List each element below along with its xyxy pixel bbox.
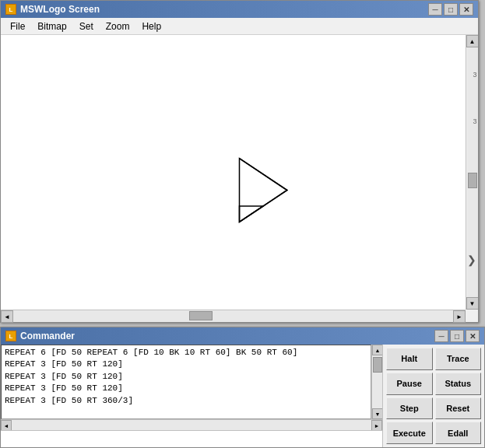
execute-button[interactable]: Execute (386, 422, 433, 444)
commander-close-button[interactable]: ✕ (466, 330, 480, 342)
command-input-row (1, 430, 382, 447)
halt-button[interactable]: Halt (386, 348, 433, 370)
scroll-left-button[interactable]: ◄ (1, 310, 13, 323)
step-button[interactable]: Step (386, 397, 433, 420)
menu-file[interactable]: File (4, 19, 31, 33)
menu-help[interactable]: Help (135, 19, 167, 33)
log-scroll-track[interactable] (372, 355, 382, 408)
log-hscrollbar[interactable]: ◄ ► (1, 419, 382, 430)
edall-button[interactable]: Edall (435, 422, 482, 444)
log-vscrollbar[interactable]: ▲ ▼ (371, 345, 382, 419)
scroll-marker-3: 3 (467, 71, 478, 79)
minimize-button[interactable]: ─ (428, 3, 442, 16)
menu-bar: File Bitmap Set Zoom Help (1, 18, 478, 35)
canvas-area: ▲ 3 3 ❯ ▼ (1, 35, 478, 310)
main-window-controls: ─ □ ✕ (428, 3, 473, 16)
scroll-thumb-v[interactable] (468, 173, 477, 188)
log-hscroll-track[interactable] (12, 420, 371, 430)
log-scroll-thumb[interactable] (373, 357, 382, 373)
commander-minimize-button[interactable]: ─ (434, 330, 448, 342)
menu-bitmap[interactable]: Bitmap (31, 19, 72, 33)
log-scroll-down[interactable]: ▼ (372, 408, 382, 419)
commander-icon: L (5, 331, 16, 341)
scroll-track-v[interactable]: 3 3 ❯ (467, 47, 478, 297)
scroll-track-h[interactable] (13, 310, 453, 322)
commander-title-bar: L Commander ─ □ ✕ (1, 327, 484, 345)
main-window-icon: L (5, 4, 16, 15)
commander-buttons: Halt Trace Pause Status Step Reset Execu… (383, 345, 484, 447)
maximize-button[interactable]: □ (444, 3, 458, 16)
commander-text-area: REPEAT 6 [FD 50 REPEAT 6 [FD 10 BK 10 RT… (1, 345, 383, 447)
svg-marker-0 (240, 159, 287, 222)
log-line-0: REPEAT 6 [FD 50 REPEAT 6 [FD 10 BK 10 RT… (5, 347, 367, 359)
reset-button[interactable]: Reset (435, 397, 482, 420)
scroll-thumb-h[interactable] (189, 311, 213, 320)
scroll-marker-3b: 3 (467, 117, 478, 125)
scroll-up-button[interactable]: ▲ (466, 35, 479, 47)
log-line-1: REPEAT 3 [FD 50 RT 120] (5, 359, 367, 370)
commander-body: REPEAT 6 [FD 50 REPEAT 6 [FD 10 BK 10 RT… (1, 345, 484, 447)
log-scroll-up[interactable]: ▲ (372, 345, 382, 355)
horizontal-scrollbar[interactable]: ◄ ► (1, 310, 466, 322)
pause-button[interactable]: Pause (386, 373, 433, 395)
commander-title: Commander (20, 331, 75, 341)
log-scroll-right[interactable]: ► (371, 420, 382, 431)
main-window-title: MSWLogo Screen (20, 4, 100, 15)
log-scroll-left[interactable]: ◄ (1, 420, 12, 431)
log-line-4: REPEAT 3 [FD 50 RT 360/3] (5, 395, 367, 407)
menu-zoom[interactable]: Zoom (100, 19, 136, 33)
trace-button[interactable]: Trace (435, 348, 482, 370)
vertical-scrollbar[interactable]: ▲ 3 3 ❯ ▼ (466, 35, 478, 310)
commander-window: L Commander ─ □ ✕ REPEAT 6 [FD 50 REPEAT… (0, 327, 485, 448)
right-arrow-icon[interactable]: ❯ (467, 254, 476, 266)
command-input[interactable] (1, 431, 382, 447)
scroll-right-button[interactable]: ► (453, 310, 466, 323)
close-button[interactable]: ✕ (459, 3, 473, 16)
command-log[interactable]: REPEAT 6 [FD 50 REPEAT 6 [FD 10 BK 10 RT… (1, 345, 371, 419)
main-window: L MSWLogo Screen ─ □ ✕ File Bitmap Set Z… (0, 0, 479, 323)
status-button[interactable]: Status (435, 373, 482, 395)
main-title-bar: L MSWLogo Screen ─ □ ✕ (1, 1, 478, 18)
commander-maximize-button[interactable]: □ (450, 330, 464, 342)
commander-controls: ─ □ ✕ (434, 330, 480, 342)
menu-set[interactable]: Set (73, 19, 100, 33)
scroll-down-button[interactable]: ▼ (466, 297, 479, 310)
log-line-3: REPEAT 3 [FD 50 RT 120] (5, 383, 367, 394)
canvas-svg (1, 35, 478, 310)
log-line-2: REPEAT 3 [FD 50 RT 120] (5, 371, 367, 383)
